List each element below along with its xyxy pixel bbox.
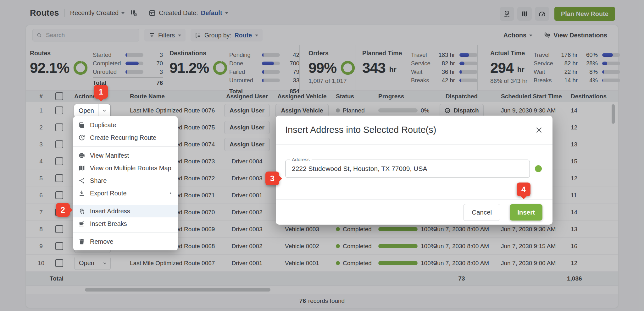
address-field[interactable]: Address — [285, 160, 530, 178]
menu-item-view-on-multiple-routes-map[interactable]: View on Multiple Routes Map — [73, 162, 178, 174]
menu-divider — [73, 202, 178, 202]
recurring-icon — [78, 134, 85, 141]
insert-button[interactable]: Insert — [510, 204, 542, 221]
address-valid-indicator — [535, 165, 542, 172]
step-badge-2: 2 — [56, 203, 70, 217]
close-icon[interactable] — [535, 126, 543, 134]
address-input[interactable] — [291, 165, 524, 173]
menu-item-insert-address[interactable]: Insert Address — [73, 205, 178, 217]
chevron-down-icon[interactable] — [102, 108, 107, 113]
menu-item-remove[interactable]: Remove — [73, 235, 178, 248]
menu-item-create-recurring-route[interactable]: Create Recurring Route — [73, 131, 178, 144]
submenu-arrow-icon — [168, 191, 173, 195]
duplicate-icon — [78, 122, 85, 128]
download-icon — [78, 190, 85, 197]
location-plus-icon — [78, 208, 85, 215]
menu-item-insert-breaks[interactable]: Insert Breaks — [73, 217, 178, 230]
printer-icon — [78, 152, 85, 159]
share-icon — [78, 177, 85, 184]
address-field-label: Address — [290, 157, 312, 162]
menu-item-export-route[interactable]: Export Route — [73, 187, 178, 199]
open-route-button-active[interactable]: Open — [74, 104, 110, 117]
trash-icon — [78, 238, 85, 245]
modal-title: Insert Address into Selected Route(s) — [285, 125, 436, 135]
insert-address-modal: Insert Address into Selected Route(s) Ad… — [276, 116, 552, 225]
menu-item-duplicate[interactable]: Duplicate — [73, 119, 178, 131]
menu-item-view-manifest[interactable]: View Manifest — [73, 149, 178, 162]
menu-divider — [73, 146, 178, 147]
route-actions-menu: Duplicate Create Recurring Route View Ma… — [73, 116, 178, 250]
step-badge-4: 4 — [517, 183, 530, 196]
menu-item-share[interactable]: Share — [73, 174, 178, 187]
step-badge-3: 3 — [265, 172, 279, 185]
menu-divider — [73, 232, 178, 233]
cancel-button[interactable]: Cancel — [463, 204, 500, 221]
step-badge-1: 1 — [94, 85, 108, 99]
map-icon — [78, 165, 85, 172]
coffee-icon — [78, 220, 85, 227]
